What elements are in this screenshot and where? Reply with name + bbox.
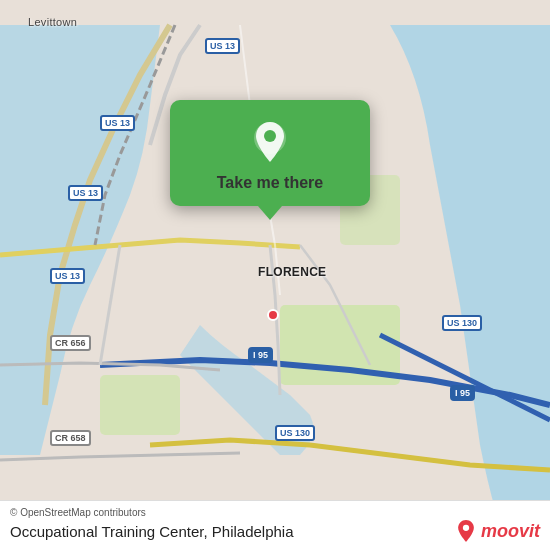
svg-point-6 <box>463 525 469 531</box>
location-name: Occupational Training Center, Philadelph… <box>10 523 294 540</box>
road-badge-us13-1: US 13 <box>205 38 240 54</box>
popup-card: Take me there <box>170 100 370 206</box>
moovit-text: moovit <box>481 521 540 542</box>
bottom-bar: © OpenStreetMap contributors Occupationa… <box>0 500 550 550</box>
moovit-logo: moovit <box>455 520 540 542</box>
road-badge-i95-2: I 95 <box>450 385 475 401</box>
road-badge-cr658: CR 658 <box>50 430 91 446</box>
svg-point-5 <box>264 130 276 142</box>
location-info: Occupational Training Center, Philadelph… <box>10 520 540 542</box>
map-pin-icon <box>246 118 294 166</box>
road-badge-us130-2: US 130 <box>442 315 482 331</box>
label-florence: FLORENCE <box>258 265 326 279</box>
svg-rect-1 <box>100 375 180 435</box>
moovit-pin-icon <box>455 520 477 542</box>
road-badge-us13-2: US 13 <box>100 115 135 131</box>
label-levittown: Levittown <box>28 16 77 28</box>
svg-point-3 <box>268 310 278 320</box>
road-badge-us130-1: US 130 <box>275 425 315 441</box>
road-badge-cr656: CR 656 <box>50 335 91 351</box>
road-badge-i95-1: I 95 <box>248 347 273 363</box>
attribution-text: © OpenStreetMap contributors <box>10 507 540 518</box>
take-me-there-button[interactable]: Take me there <box>217 174 323 192</box>
road-badge-us13-4: US 13 <box>50 268 85 284</box>
map-container: US 13 US 13 US 13 US 13 CR 656 CR 658 I … <box>0 0 550 550</box>
road-badge-us13-3: US 13 <box>68 185 103 201</box>
